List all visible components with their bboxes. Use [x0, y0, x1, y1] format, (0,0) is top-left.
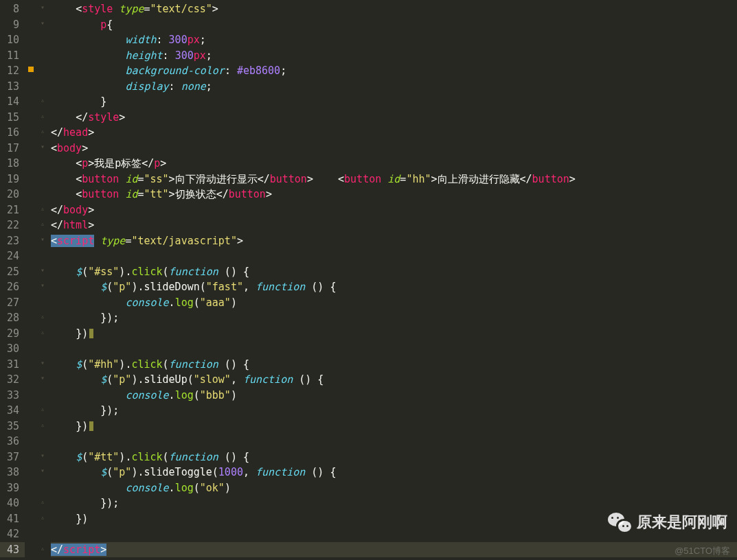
line-number[interactable]: 15: [3, 110, 19, 126]
fold-handle[interactable]: [37, 185, 48, 201]
line-number[interactable]: 28: [3, 310, 19, 326]
code-line[interactable]: [51, 434, 737, 450]
line-number[interactable]: 38: [3, 465, 19, 480]
code-line[interactable]: display: none;: [51, 79, 737, 95]
code-line[interactable]: }: [51, 94, 737, 110]
fold-handle[interactable]: ▾: [37, 16, 48, 32]
line-number[interactable]: 22: [3, 218, 19, 233]
line-number[interactable]: 16: [3, 125, 19, 141]
code-line[interactable]: console.log("bbb"): [51, 388, 737, 404]
line-number[interactable]: 10: [3, 32, 19, 48]
code-line[interactable]: });: [51, 495, 737, 511]
code-line[interactable]: $("#ss").click(function () {: [51, 264, 737, 280]
code-line[interactable]: [51, 248, 737, 264]
line-number[interactable]: 25: [3, 264, 19, 280]
fold-handle[interactable]: [37, 31, 48, 47]
code-line[interactable]: height: 300px;: [51, 48, 737, 64]
fold-handle[interactable]: ▾: [37, 448, 48, 464]
fold-handle[interactable]: [37, 247, 48, 263]
fold-handle[interactable]: ▵: [37, 401, 48, 417]
code-line[interactable]: <script type="text/javascript">: [51, 233, 737, 249]
fold-handle[interactable]: [37, 432, 48, 448]
fold-handle[interactable]: ▾: [37, 278, 48, 294]
code-line[interactable]: console.log("ok"): [51, 480, 737, 496]
fold-handle[interactable]: [37, 525, 48, 541]
line-number[interactable]: 41: [3, 511, 19, 527]
code-line[interactable]: </script>: [51, 542, 737, 558]
fold-handle[interactable]: ▵: [37, 108, 48, 124]
fold-handle[interactable]: ▾: [37, 263, 48, 279]
line-number[interactable]: 30: [3, 341, 19, 357]
fold-handle[interactable]: [37, 62, 48, 78]
line-number[interactable]: 8: [3, 1, 19, 17]
code-line[interactable]: <button id="tt">切换状态</button>: [51, 187, 737, 202]
fold-handle[interactable]: ▾: [37, 371, 48, 386]
code-line[interactable]: <style type="text/css">: [51, 1, 737, 17]
fold-handle[interactable]: ▵: [37, 541, 48, 557]
code-line[interactable]: $("p").slideDown("fast", function () {: [51, 279, 737, 295]
code-line[interactable]: </style>: [51, 110, 737, 126]
fold-handle[interactable]: [37, 479, 48, 495]
line-number[interactable]: 24: [3, 248, 19, 264]
code-line[interactable]: </html>: [51, 218, 737, 233]
code-line[interactable]: width: 300px;: [51, 32, 737, 48]
code-line[interactable]: </head>: [51, 125, 737, 141]
code-editor[interactable]: 8910111213141516171819202122232425262728…: [0, 0, 737, 560]
line-number[interactable]: 19: [3, 172, 19, 187]
fold-handle[interactable]: ▵: [37, 510, 48, 526]
code-line[interactable]: p{: [51, 17, 737, 33]
fold-handle[interactable]: ▵: [37, 216, 48, 232]
fold-handle[interactable]: ▾: [37, 232, 48, 248]
fold-handle[interactable]: ▵: [37, 325, 48, 340]
line-number[interactable]: 43: [0, 542, 25, 558]
line-number[interactable]: 14: [3, 94, 19, 110]
code-line[interactable]: }): [51, 419, 737, 434]
code-line[interactable]: </body>: [51, 202, 737, 218]
fold-handle[interactable]: ▾: [37, 355, 48, 371]
fold-handle[interactable]: [37, 170, 48, 186]
fold-handle[interactable]: ▾: [37, 0, 48, 16]
code-line[interactable]: console.log("aaa"): [51, 295, 737, 311]
fold-handle[interactable]: [37, 294, 48, 310]
fold-handle[interactable]: [37, 386, 48, 402]
fold-gutter[interactable]: ▾▾▵▵▵▾▵▵▾▾▾▵▵▾▾▵▵▾▾▵▵▵: [37, 0, 48, 560]
line-number[interactable]: 18: [3, 156, 19, 172]
line-number[interactable]: 9: [3, 17, 19, 33]
fold-handle[interactable]: ▵: [37, 309, 48, 325]
fold-handle[interactable]: ▵: [37, 417, 48, 433]
code-line[interactable]: <body>: [51, 141, 737, 156]
line-number[interactable]: 36: [3, 434, 19, 450]
line-number-gutter[interactable]: 8910111213141516171819202122232425262728…: [0, 0, 25, 560]
fold-handle[interactable]: ▵: [37, 201, 48, 217]
line-number[interactable]: 21: [3, 202, 19, 218]
line-number[interactable]: 23: [3, 233, 19, 249]
code-line[interactable]: }): [51, 511, 737, 527]
line-number[interactable]: 29: [3, 326, 19, 342]
code-line[interactable]: }): [51, 326, 737, 342]
line-number[interactable]: 11: [3, 48, 19, 64]
code-line[interactable]: <p>我是p标签</p>: [51, 156, 737, 172]
line-number[interactable]: 32: [3, 372, 19, 388]
line-number[interactable]: 31: [3, 357, 19, 373]
line-number[interactable]: 33: [3, 388, 19, 404]
fold-handle[interactable]: ▵: [37, 93, 48, 108]
fold-handle[interactable]: ▵: [37, 494, 48, 510]
line-number[interactable]: 42: [3, 526, 19, 542]
fold-handle[interactable]: ▵: [37, 124, 48, 139]
line-number[interactable]: 17: [3, 141, 19, 156]
code-line[interactable]: [51, 341, 737, 357]
code-line[interactable]: $("p").slideUp("slow", function () {: [51, 372, 737, 388]
fold-handle[interactable]: [37, 154, 48, 170]
code-line[interactable]: background-color: #eb8600;: [51, 63, 737, 79]
fold-handle[interactable]: [37, 78, 48, 93]
line-number[interactable]: 34: [3, 403, 19, 419]
line-number[interactable]: 40: [3, 495, 19, 511]
line-number[interactable]: 37: [3, 450, 19, 465]
line-number[interactable]: 20: [3, 187, 19, 202]
fold-handle[interactable]: [37, 340, 48, 355]
code-line[interactable]: <button id="ss">向下滑动进行显示</button> <butto…: [51, 172, 737, 187]
line-number[interactable]: 26: [3, 279, 19, 295]
fold-handle[interactable]: [37, 47, 48, 62]
code-line[interactable]: $("#hh").click(function () {: [51, 357, 737, 373]
code-line[interactable]: });: [51, 310, 737, 326]
